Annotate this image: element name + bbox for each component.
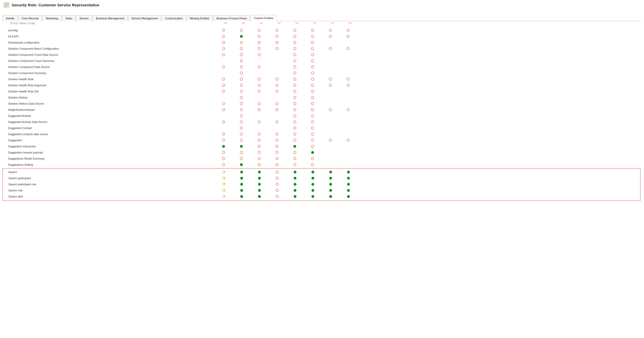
priv-cell[interactable] xyxy=(232,138,250,142)
priv-cell[interactable] xyxy=(215,108,232,111)
priv-cell[interactable] xyxy=(339,77,357,81)
priv-cell[interactable] xyxy=(286,41,304,44)
priv-cell[interactable] xyxy=(304,83,321,87)
priv-cell[interactable] xyxy=(232,96,250,99)
priv-cell[interactable] xyxy=(286,145,304,148)
tab-marketing[interactable]: Marketing xyxy=(42,15,61,21)
priv-cell[interactable] xyxy=(321,77,339,81)
priv-cell[interactable] xyxy=(233,170,251,174)
priv-cell[interactable] xyxy=(250,47,268,50)
priv-cell[interactable] xyxy=(250,90,268,93)
priv-cell[interactable] xyxy=(304,120,321,124)
priv-cell[interactable] xyxy=(250,157,268,160)
priv-cell[interactable] xyxy=(250,145,268,148)
priv-cell[interactable] xyxy=(232,114,250,118)
priv-cell[interactable] xyxy=(268,151,286,154)
priv-cell[interactable] xyxy=(286,71,304,75)
priv-cell[interactable] xyxy=(232,126,250,130)
priv-cell[interactable] xyxy=(286,59,304,63)
priv-cell[interactable] xyxy=(341,22,359,24)
priv-cell[interactable] xyxy=(232,151,250,154)
priv-cell[interactable] xyxy=(268,35,286,38)
priv-cell[interactable] xyxy=(251,182,268,186)
priv-cell[interactable] xyxy=(250,77,268,81)
priv-cell[interactable] xyxy=(251,189,268,192)
priv-cell[interactable] xyxy=(268,182,286,186)
priv-cell[interactable] xyxy=(268,195,286,198)
priv-cell[interactable] xyxy=(286,189,304,192)
priv-cell[interactable] xyxy=(251,176,268,180)
tab-customization[interactable]: Customization xyxy=(162,15,186,21)
priv-cell[interactable] xyxy=(232,29,250,32)
priv-cell[interactable] xyxy=(235,22,252,24)
priv-cell[interactable] xyxy=(322,176,340,180)
priv-cell[interactable] xyxy=(268,132,286,136)
priv-cell[interactable] xyxy=(232,47,250,50)
tab-missing-entities[interactable]: Missing Entities xyxy=(187,15,213,21)
priv-cell[interactable] xyxy=(304,41,321,44)
priv-cell[interactable] xyxy=(286,170,304,174)
priv-cell[interactable] xyxy=(268,138,286,142)
priv-cell[interactable] xyxy=(304,182,322,186)
tab-service[interactable]: Service xyxy=(76,15,92,21)
priv-cell[interactable] xyxy=(288,22,306,24)
priv-cell[interactable] xyxy=(233,176,251,180)
priv-cell[interactable] xyxy=(250,41,268,44)
priv-cell[interactable] xyxy=(304,53,321,57)
priv-cell[interactable] xyxy=(232,157,250,160)
priv-cell[interactable] xyxy=(268,176,286,180)
priv-cell[interactable] xyxy=(304,29,321,32)
priv-cell[interactable] xyxy=(286,195,304,198)
priv-cell[interactable] xyxy=(268,145,286,148)
priv-cell[interactable] xyxy=(270,22,288,24)
priv-cell[interactable] xyxy=(233,182,251,186)
priv-cell[interactable] xyxy=(339,108,357,111)
priv-cell[interactable] xyxy=(232,83,250,87)
priv-cell[interactable] xyxy=(286,77,304,81)
priv-cell[interactable] xyxy=(339,29,357,32)
priv-cell[interactable] xyxy=(250,151,268,154)
priv-cell[interactable] xyxy=(215,77,232,81)
priv-cell[interactable] xyxy=(232,102,250,105)
priv-cell[interactable] xyxy=(304,71,321,75)
tab-business-process-flows[interactable]: Business Process Flows xyxy=(213,15,250,21)
priv-cell[interactable] xyxy=(286,176,304,180)
priv-cell[interactable] xyxy=(215,120,232,124)
tab-service-management[interactable]: Service Management xyxy=(128,15,161,21)
priv-cell[interactable] xyxy=(322,189,340,192)
priv-cell[interactable] xyxy=(322,195,340,198)
priv-cell[interactable] xyxy=(250,29,268,32)
priv-cell[interactable] xyxy=(250,102,268,105)
priv-cell[interactable] xyxy=(286,163,304,166)
priv-cell[interactable] xyxy=(250,163,268,166)
priv-cell[interactable] xyxy=(340,195,357,198)
priv-cell[interactable] xyxy=(232,163,250,166)
tab-custom-entities[interactable]: Custom Entities xyxy=(251,15,277,21)
priv-cell[interactable] xyxy=(304,132,321,136)
priv-cell[interactable] xyxy=(215,189,233,192)
priv-cell[interactable] xyxy=(250,120,268,124)
priv-cell[interactable] xyxy=(215,35,232,38)
priv-cell[interactable] xyxy=(286,151,304,154)
priv-cell[interactable] xyxy=(306,22,324,24)
priv-cell[interactable] xyxy=(215,157,232,160)
priv-cell[interactable] xyxy=(322,182,340,186)
priv-cell[interactable] xyxy=(286,47,304,50)
priv-cell[interactable] xyxy=(304,189,322,192)
priv-cell[interactable] xyxy=(215,151,232,154)
priv-cell[interactable] xyxy=(340,170,357,174)
priv-cell[interactable] xyxy=(251,170,268,174)
priv-cell[interactable] xyxy=(215,90,232,93)
priv-cell[interactable] xyxy=(215,41,232,44)
priv-cell[interactable] xyxy=(304,108,321,111)
priv-cell[interactable] xyxy=(286,120,304,124)
priv-cell[interactable] xyxy=(215,176,233,180)
priv-cell[interactable] xyxy=(232,35,250,38)
priv-cell[interactable] xyxy=(268,163,286,166)
priv-cell[interactable] xyxy=(251,195,268,198)
priv-cell[interactable] xyxy=(268,29,286,32)
priv-cell[interactable] xyxy=(215,132,232,136)
priv-cell[interactable] xyxy=(252,22,270,24)
priv-cell[interactable] xyxy=(215,163,232,166)
priv-cell[interactable] xyxy=(268,41,286,44)
